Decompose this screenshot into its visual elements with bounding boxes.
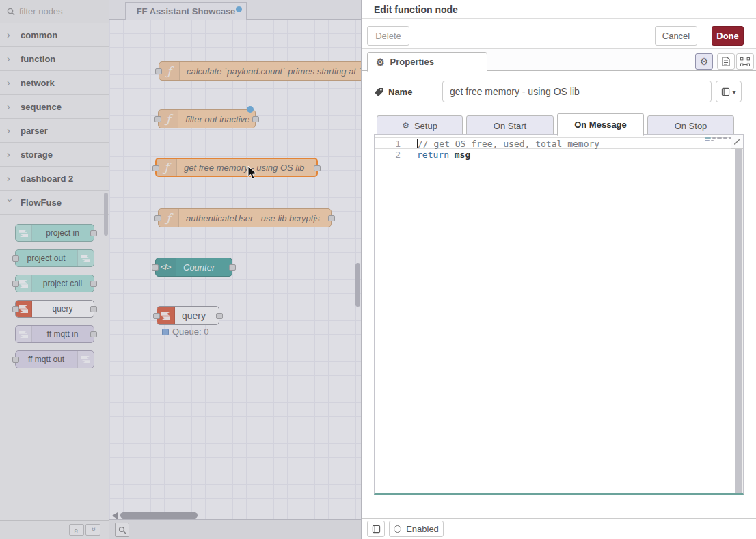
editor-scroll-thumb[interactable] — [735, 149, 742, 493]
flow-canvas[interactable]: FF Assistant Showcase ƒ calculate `paylo… — [109, 0, 361, 539]
tray-title: Edit function node — [374, 4, 458, 15]
output-port — [252, 116, 259, 122]
delete-button[interactable]: Delete — [367, 26, 409, 46]
node-label: get free memory - using OS lib — [177, 163, 311, 173]
input-port — [12, 281, 19, 287]
editor-expand-button[interactable] — [731, 135, 743, 149]
properties-view-button[interactable]: ⚙ — [695, 53, 713, 70]
palette-category-common[interactable]: › common — [0, 23, 109, 47]
function-icon: ƒ — [159, 209, 179, 227]
appearance-view-button[interactable] — [736, 53, 754, 70]
editor-line-1[interactable]: 1 // get OS free, used, total memory — [375, 137, 743, 149]
palette-category-storage[interactable]: › storage — [0, 143, 109, 167]
output-port — [90, 331, 97, 337]
tab-on-start[interactable]: On Start — [466, 115, 554, 136]
palette-node-label: ff mqtt out — [16, 355, 77, 364]
node-authenticate-user[interactable]: ƒ authenticateUser - use lib bcryptjs — [158, 208, 332, 227]
node-get-free-memory[interactable]: ƒ get free memory - using OS lib — [155, 158, 318, 177]
flow-tab-label: FF Assistant Showcase — [137, 6, 236, 16]
template-icon: </> — [156, 258, 176, 276]
node-label: filter out inactive — [178, 114, 255, 124]
palette-node-ff-mqtt-in[interactable]: ff mqtt in — [15, 325, 94, 343]
library-export-button[interactable] — [367, 521, 385, 537]
tray-toolbar: Delete Cancel Done — [362, 19, 756, 49]
tab-on-message[interactable]: On Message — [557, 113, 644, 136]
palette-category-parser[interactable]: › parser — [0, 119, 109, 143]
palette-node-project-in[interactable]: project in — [15, 224, 94, 242]
palette-node-project-call[interactable]: project call — [15, 275, 94, 292]
category-label: function — [21, 54, 55, 64]
code-editor[interactable]: 1 // get OS free, used, total memory 2 r… — [374, 134, 744, 495]
canvas-footer — [109, 519, 361, 539]
flow-tab[interactable]: FF Assistant Showcase — [125, 2, 247, 20]
node-filter-out-inactive[interactable]: ƒ filter out inactive — [158, 109, 256, 128]
flowfuse-logo-icon — [16, 225, 32, 241]
book-icon — [372, 525, 381, 534]
chevron-right-icon: › — [7, 53, 14, 64]
palette-category-flowfuse[interactable]: › FlowFuse — [0, 191, 109, 215]
node-label: Counter — [176, 262, 221, 273]
palette-category-sequence[interactable]: › sequence — [0, 95, 109, 119]
palette-node-label: project out — [16, 253, 77, 263]
tab-setup[interactable]: ⚙ Setup — [377, 115, 463, 136]
editor-minimap — [705, 137, 732, 144]
appearance-icon — [740, 57, 750, 66]
tab-label: Properties — [390, 57, 434, 67]
tab-properties[interactable]: ⚙ Properties — [367, 52, 487, 72]
changed-dot — [247, 106, 254, 113]
palette-search[interactable] — [0, 0, 109, 23]
collapse-all-button[interactable]: « — [69, 524, 84, 536]
library-button[interactable]: ▾ — [716, 81, 742, 102]
tray-tab-row: ⚙ Properties ⚙ — [362, 49, 756, 71]
name-input[interactable] — [442, 81, 712, 102]
category-label: network — [21, 78, 55, 88]
palette-footer: « « — [0, 520, 109, 539]
node-calculate-primes[interactable]: ƒ calculate `payload.count` primes start… — [159, 61, 361, 81]
workspace-search-button[interactable] — [115, 523, 129, 537]
palette-node-query[interactable]: query — [15, 300, 94, 318]
output-port — [328, 215, 335, 221]
input-port — [12, 357, 19, 363]
node-label: authenticateUser - use lib bcryptjs — [179, 213, 327, 223]
flowfuse-logo-icon — [77, 351, 94, 368]
document-icon — [722, 57, 730, 66]
expand-icon — [733, 138, 741, 146]
done-button[interactable]: Done — [712, 26, 744, 46]
line-number: 2 — [375, 149, 417, 161]
palette-category-function[interactable]: › function — [0, 47, 109, 71]
code-text: msg — [449, 150, 470, 160]
cancel-button[interactable]: Cancel — [655, 26, 697, 46]
output-port — [216, 313, 223, 319]
tab-label: Setup — [414, 121, 437, 131]
tab-label: On Message — [574, 120, 627, 130]
editor-line-2[interactable]: 2 return msg — [375, 149, 743, 161]
tab-on-stop[interactable]: On Stop — [647, 115, 734, 136]
palette-category-dashboard2[interactable]: › dashboard 2 — [0, 167, 109, 191]
canvas-vertical-scroll-thumb[interactable] — [355, 263, 360, 307]
node-query[interactable]: query — [157, 306, 219, 325]
scroll-left-arrow-icon[interactable] — [112, 512, 118, 519]
palette-node-project-out[interactable]: project out — [15, 249, 94, 267]
expand-all-button[interactable]: « — [85, 524, 100, 536]
editor-scrollbar[interactable] — [735, 149, 743, 493]
horizontal-scroll-thumb[interactable] — [120, 512, 198, 519]
code-comment: // get OS free, used, total memory — [418, 139, 599, 149]
gear-icon: ⚙ — [376, 57, 385, 67]
palette-category-network[interactable]: › network — [0, 71, 109, 95]
caret-down-icon: ▾ — [732, 88, 735, 96]
function-icon: ƒ — [159, 110, 178, 128]
book-icon — [721, 87, 730, 96]
flow-tab-bar: FF Assistant Showcase — [109, 0, 361, 20]
enabled-toggle-button[interactable]: Enabled — [389, 521, 444, 537]
input-port — [152, 264, 159, 271]
palette-scrollbar[interactable] — [104, 193, 108, 236]
chevron-right-icon: › — [7, 101, 14, 112]
gear-icon: ⚙ — [700, 57, 709, 66]
category-label: parser — [21, 126, 48, 136]
palette-filter-input[interactable] — [19, 6, 94, 16]
palette-node-ff-mqtt-out[interactable]: ff mqtt out — [15, 350, 94, 368]
node-counter[interactable]: </> Counter — [155, 258, 232, 277]
description-view-button[interactable] — [717, 53, 735, 70]
flowfuse-node-list: project in project out project call — [0, 215, 109, 368]
category-label: storage — [21, 150, 53, 160]
